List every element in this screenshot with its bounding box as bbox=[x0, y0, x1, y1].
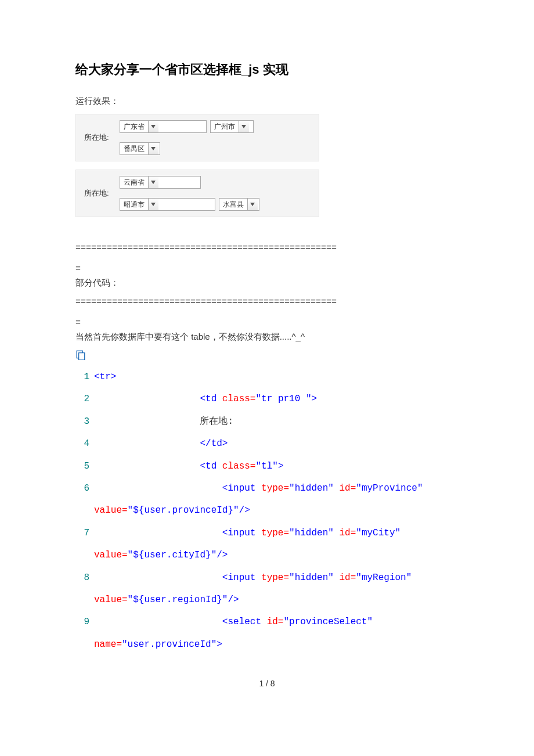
code-line: 6 <input type="hidden" id="myProvince" bbox=[75, 477, 459, 499]
chevron-down-icon bbox=[148, 199, 158, 210]
code-line: 9 <select id="provinceSelect" bbox=[75, 611, 459, 633]
province-select[interactable]: 广东省 bbox=[120, 120, 207, 133]
chevron-down-icon bbox=[148, 177, 158, 188]
code-line: 8 <input type="hidden" id="myRegion" bbox=[75, 567, 459, 589]
separator-1: ========================================… bbox=[75, 238, 459, 280]
code-line: value="${user.cityId}"/> bbox=[75, 544, 459, 566]
code-line: 4 </td> bbox=[75, 433, 459, 455]
code-line: value="${user.regionId}"/> bbox=[75, 589, 459, 611]
chevron-down-icon bbox=[239, 121, 249, 132]
code-block: 1 <tr> 2 <td class="tr pr10 "> 3 所在地: 4 … bbox=[75, 366, 459, 656]
separator-2: ========================================… bbox=[75, 292, 459, 334]
province-value: 广东省 bbox=[120, 122, 148, 132]
chevron-down-icon bbox=[148, 143, 158, 154]
code-line: 1 <tr> bbox=[75, 366, 459, 388]
province-value: 云南省 bbox=[120, 178, 148, 188]
district-select[interactable]: 番禺区 bbox=[120, 142, 160, 155]
demo-box-2: 所在地: 云南省 昭通市 水富县 bbox=[75, 170, 319, 217]
page-number: 1 / 8 bbox=[75, 679, 459, 688]
code-line: 7 <input type="hidden" id="myCity" bbox=[75, 522, 459, 544]
code-line: 3 所在地: bbox=[75, 411, 459, 433]
code-line: 5 <td class="tl"> bbox=[75, 455, 459, 477]
code-line: 2 <td class="tr pr10 "> bbox=[75, 388, 459, 410]
city-select[interactable]: 昭通市 bbox=[120, 198, 215, 211]
code-line: name="user.provinceId"> bbox=[75, 633, 459, 656]
demo-box-1: 所在地: 广东省 广州市 番禺区 bbox=[75, 114, 319, 161]
copy-icon[interactable] bbox=[75, 350, 459, 362]
run-effect-label: 运行效果： bbox=[75, 96, 459, 107]
district-value: 水富县 bbox=[219, 200, 247, 210]
svg-rect-1 bbox=[79, 353, 85, 360]
city-value: 广州市 bbox=[211, 122, 239, 132]
city-select[interactable]: 广州市 bbox=[210, 120, 254, 133]
chevron-down-icon bbox=[247, 199, 258, 210]
demo2-label: 所在地: bbox=[84, 188, 109, 199]
demo1-label: 所在地: bbox=[84, 132, 109, 143]
code-line: value="${user.provinceId}"/> bbox=[75, 499, 459, 521]
city-value: 昭通市 bbox=[120, 200, 148, 210]
district-value: 番禺区 bbox=[120, 144, 148, 154]
note-text: 当然首先你数据库中要有这个 table，不然你没有数据.....^_^ bbox=[75, 332, 459, 343]
partial-code-label: 部分代码： bbox=[75, 278, 459, 289]
province-select[interactable]: 云南省 bbox=[120, 176, 201, 189]
page-title: 给大家分享一个省市区选择框_js 实现 bbox=[75, 61, 459, 78]
district-select[interactable]: 水富县 bbox=[219, 198, 259, 211]
chevron-down-icon bbox=[148, 121, 158, 132]
